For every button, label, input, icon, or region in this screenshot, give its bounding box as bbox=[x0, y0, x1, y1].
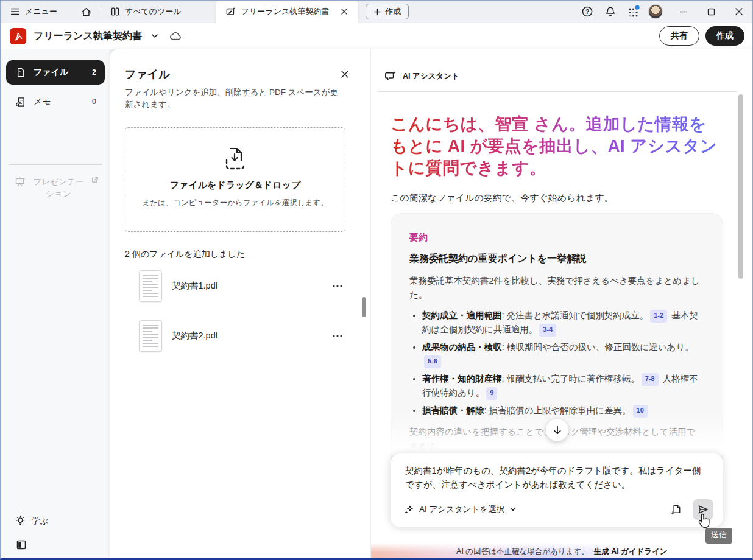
files-panel-close-button[interactable] bbox=[338, 67, 352, 82]
summary-bullet: 著作権・知的財産権: 報酬支払い完了時に著作権移転。7-8 人格権不行使特約あり… bbox=[422, 372, 704, 401]
share-button[interactable]: 共有 bbox=[659, 26, 699, 46]
pdf-space-icon bbox=[225, 6, 236, 17]
ai-panel-scrollbar[interactable] bbox=[738, 94, 743, 279]
file-overflow-menu-button[interactable] bbox=[329, 278, 346, 295]
ai-assistant-panel: AI アシスタント こんにちは、智宣 さん。追加した情報をもとに AI が要点を… bbox=[370, 49, 753, 560]
bell-icon bbox=[604, 5, 617, 18]
file-dropzone[interactable]: ファイルをドラッグ＆ドロップ または、コンピューターからファイルを選択します。 bbox=[125, 127, 345, 232]
cloud-sync-icon[interactable] bbox=[169, 30, 182, 41]
presentation-icon bbox=[15, 176, 26, 187]
new-tab-create-button[interactable]: 作成 bbox=[366, 4, 409, 19]
dropzone-subtitle: または、コンピューターからファイルを選択します。 bbox=[142, 198, 328, 208]
lightbulb-icon bbox=[15, 515, 26, 527]
choose-file-link[interactable]: ファイルを選択 bbox=[243, 198, 297, 207]
left-sidebar: “ ファイル 2 メモ 0 プレゼンテーション 学ぶ bbox=[0, 49, 110, 560]
file-overflow-menu-button[interactable] bbox=[329, 327, 346, 345]
home-icon bbox=[80, 6, 92, 18]
window-close-button[interactable] bbox=[725, 0, 753, 23]
send-button[interactable] bbox=[693, 499, 713, 520]
assistant-select-dropdown[interactable]: AI アシスタントを選択 bbox=[404, 504, 517, 515]
tab-close-icon[interactable] bbox=[338, 5, 351, 18]
sparkle-icon bbox=[404, 505, 414, 515]
help-button[interactable]: ? bbox=[579, 3, 596, 20]
prompt-input[interactable]: 契約書1が昨年のもの、契約書2が今年のドラフト版です。私はライター側ですが、注意… bbox=[405, 464, 707, 492]
files-icon: “ bbox=[15, 67, 26, 79]
document-tab[interactable]: フリーランス執筆契約書 bbox=[216, 0, 359, 23]
document-title: フリーランス執筆契約書 bbox=[34, 30, 142, 43]
acrobat-logo-icon bbox=[10, 28, 26, 44]
minimize-icon bbox=[679, 8, 687, 16]
chevron-down-icon bbox=[509, 506, 517, 513]
sidebar-presentation-label: プレゼンテーション bbox=[32, 176, 85, 200]
citation-badge[interactable]: 1-2 bbox=[650, 310, 667, 323]
window-titlebar: メニュー すべてのツール フリーランス執筆契約書 作成 ? bbox=[0, 0, 753, 23]
ai-disclaimer-footer: AI の回答は不正確な場合があります。 生成 AI ガイドライン bbox=[371, 544, 753, 560]
close-icon bbox=[735, 7, 743, 16]
collapse-panel-button[interactable] bbox=[16, 539, 27, 550]
window-minimize-button[interactable] bbox=[669, 0, 697, 23]
ai-header-divider bbox=[377, 91, 737, 92]
genai-guideline-link[interactable]: 生成 AI ガイドライン bbox=[594, 547, 668, 557]
menu-button[interactable]: メニュー bbox=[4, 0, 63, 23]
citation-badge[interactable]: 3-4 bbox=[539, 324, 556, 337]
file-drop-icon bbox=[221, 147, 249, 172]
summary-bullet: 契約成立・適用範囲: 発注書と承諾通知で個別契約成立。1-2 基本契約は全個別契… bbox=[422, 309, 704, 337]
user-avatar[interactable] bbox=[648, 4, 663, 19]
notes-count-badge: 0 bbox=[92, 97, 96, 106]
sidebar-files-label: ファイル bbox=[34, 67, 68, 78]
sidebar-item-presentation: プレゼンテーション bbox=[6, 172, 105, 200]
citation-badge[interactable]: 5-6 bbox=[424, 355, 441, 368]
close-icon bbox=[341, 70, 349, 79]
maximize-icon bbox=[707, 8, 715, 16]
sidebar-item-notes[interactable]: メモ 0 bbox=[6, 89, 105, 114]
file-thumbnail bbox=[139, 270, 162, 302]
file-name: 契約書2.pdf bbox=[172, 330, 218, 341]
ai-greeting: こんにちは、智宣 さん。追加した情報をもとに AI が要点を抽出し、AI アシス… bbox=[391, 113, 723, 179]
apps-grid-icon bbox=[627, 5, 640, 18]
ai-intro: この簡潔なファイルの要約で、今すぐ始められます。 bbox=[391, 192, 723, 204]
arrow-down-icon bbox=[552, 425, 563, 436]
apps-grid-button[interactable] bbox=[625, 3, 642, 20]
help-icon: ? bbox=[581, 5, 593, 18]
attach-file-button[interactable] bbox=[666, 500, 685, 519]
title-chevron-down-icon[interactable] bbox=[150, 32, 159, 40]
send-icon bbox=[697, 503, 709, 516]
sidebar-item-files[interactable]: “ ファイル 2 bbox=[6, 60, 105, 85]
all-tools-icon bbox=[110, 6, 121, 17]
citation-badge[interactable]: 7-8 bbox=[642, 373, 659, 386]
summary-bullet: 損害賠償・解除: 損害賠償の上限や解除事由に差異。10 bbox=[422, 404, 704, 418]
home-button[interactable] bbox=[74, 0, 98, 23]
files-panel: ファイル ファイルやリンクを追加、削除すると PDF スペースが更新されます。 … bbox=[110, 49, 370, 560]
notifications-button[interactable] bbox=[602, 3, 619, 20]
summary-bullets: 契約成立・適用範囲: 発注書と承諾通知で個別契約成立。1-2 基本契約は全個別契… bbox=[409, 309, 704, 418]
files-panel-scrollbar[interactable] bbox=[362, 297, 366, 317]
file-name: 契約書1.pdf bbox=[172, 280, 218, 292]
window-maximize-button[interactable] bbox=[697, 0, 725, 23]
prompt-input-card: 契約書1が昨年のもの、契約書2が今年のドラフト版です。私はライター側ですが、注意… bbox=[391, 453, 723, 527]
files-added-message: 2 個のファイルを追加しました bbox=[125, 249, 352, 260]
ai-assistant-label: AI アシスタント bbox=[403, 71, 459, 82]
notes-icon bbox=[15, 96, 26, 108]
panel-toggle-icon bbox=[16, 539, 27, 550]
create-button[interactable]: 作成 bbox=[705, 26, 744, 46]
files-panel-description: ファイルやリンクを追加、削除すると PDF スペースが更新されます。 bbox=[125, 86, 345, 111]
ai-assistant-header: AI アシスタント bbox=[384, 70, 459, 83]
document-tab-label: フリーランス執筆契約書 bbox=[241, 6, 330, 17]
file-row[interactable]: 契約書2.pdf bbox=[125, 317, 352, 355]
sidebar-divider bbox=[9, 164, 102, 165]
dropzone-title: ファイルをドラッグ＆ドロップ bbox=[170, 180, 301, 191]
all-tools-tab[interactable]: すべてのツール bbox=[104, 0, 188, 23]
citation-badge[interactable]: 9 bbox=[486, 387, 497, 400]
learn-button[interactable]: 学ぶ bbox=[15, 515, 48, 527]
ai-assistant-icon bbox=[384, 70, 397, 83]
summary-bullet: 成果物の納品・検収: 検収期間や合否の扱い、修正回数に違いあり。5-6 bbox=[422, 340, 704, 369]
citation-badge[interactable]: 10 bbox=[633, 405, 648, 418]
files-count-badge: 2 bbox=[92, 68, 96, 77]
file-list: 契約書1.pdf契約書2.pdf bbox=[125, 267, 352, 355]
ellipsis-icon bbox=[332, 334, 343, 338]
summary-label: 要約 bbox=[409, 232, 704, 243]
scroll-down-button[interactable] bbox=[546, 419, 568, 441]
hamburger-icon bbox=[10, 6, 21, 17]
file-row[interactable]: 契約書1.pdf bbox=[125, 267, 352, 305]
document-header: フリーランス執筆契約書 共有 作成 bbox=[0, 23, 753, 49]
